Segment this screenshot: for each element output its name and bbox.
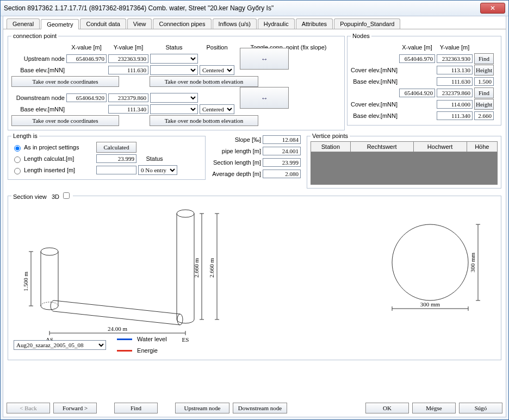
legend-vertice: Vertice points (311, 133, 350, 139)
node-b-x[interactable] (399, 89, 435, 97)
input-len-inserted[interactable] (96, 166, 136, 174)
tab-view[interactable]: View (127, 18, 152, 29)
select-dn-status[interactable] (150, 93, 198, 103)
tab-connection-pipes[interactable]: Connection pipes (153, 18, 211, 29)
tab-geometry[interactable]: Geometry (41, 19, 79, 29)
node-b-cover[interactable] (437, 100, 473, 109)
client-area: General Geometry Conduit data View Conne… (3, 16, 506, 417)
label-section-length: Section length [m] (207, 159, 261, 166)
input-pipe-length[interactable] (263, 147, 301, 155)
input-up-x[interactable] (66, 54, 107, 63)
node-b-y[interactable] (437, 89, 473, 97)
node-a-height[interactable] (474, 77, 494, 86)
tab-strip: General Geometry Conduit data View Conne… (3, 16, 506, 29)
label-downstream-node: Downstream node (11, 95, 65, 101)
btn-find[interactable]: Find (114, 403, 158, 413)
radio-len-project[interactable] (14, 145, 21, 152)
toggle-conn-point-dn[interactable] (240, 87, 289, 109)
btn-upstream-node[interactable]: Upstream node (175, 403, 229, 413)
vp-col-rechtswert[interactable]: Rechtswert (350, 142, 413, 152)
radio-len-calc[interactable] (14, 156, 21, 163)
tab-inflows[interactable]: Inflows (u/s) (213, 18, 257, 29)
select-up-position[interactable]: Centered (200, 65, 234, 75)
label-len-project: As in project settings (24, 144, 95, 151)
radio-len-inserted[interactable] (14, 168, 21, 174)
btn-take-bottom-dn[interactable]: Take over node bottom elevation (150, 115, 258, 126)
btn-cancel[interactable]: Mégse (412, 403, 456, 413)
toggle-conn-point-up[interactable] (240, 48, 289, 70)
btn-take-coord-dn[interactable]: Take over node coordinates (11, 115, 119, 126)
legend-section-view: Section view 3D (11, 191, 73, 200)
dim-as: 1.500 m (22, 272, 29, 292)
select-len-status[interactable]: 0 No entry (138, 165, 177, 175)
checkbox-3d[interactable] (63, 192, 70, 199)
node-b-height[interactable] (474, 111, 494, 120)
btn-find-node-b[interactable]: Find (474, 87, 494, 98)
input-avg-depth[interactable] (263, 170, 301, 178)
input-dn-be[interactable] (108, 105, 148, 114)
input-dn-x[interactable] (66, 93, 107, 102)
dialog-window: Section 8917362 1.17.17.7/1 (8917362-891… (0, 0, 509, 420)
legend-connection-point: connection point (11, 33, 58, 39)
section-canvas: 1.500 m 2.660 m 2.660 m 24.00 m AS ES (11, 203, 490, 344)
input-dn-y[interactable] (108, 93, 148, 102)
dim-es2: 2.660 m (208, 258, 215, 278)
btn-help[interactable]: Súgó (459, 403, 502, 413)
select-up-be-status[interactable] (150, 65, 198, 75)
btn-ok[interactable]: OK (365, 403, 409, 413)
tab-general[interactable]: General (7, 18, 40, 29)
node-a-x[interactable] (399, 54, 435, 63)
input-up-y[interactable] (108, 54, 148, 63)
btn-take-bottom-up[interactable]: Take over node bottom elevation (150, 76, 258, 87)
label-node-b-base: Base elev.[mNN] (351, 112, 398, 119)
btn-downstream-node[interactable]: Downstream node (233, 403, 287, 413)
node-a-base[interactable] (437, 77, 473, 86)
btn-find-node-a[interactable]: Find (474, 53, 494, 64)
table-vertice[interactable]: Station Rechtswert Hochwert Höhe (311, 141, 498, 152)
btn-height-node-b[interactable]: Height (474, 99, 494, 110)
label-status: Status (138, 155, 171, 162)
select-dn-be-status[interactable] (150, 104, 198, 114)
node-a-y[interactable] (437, 54, 473, 63)
dim-diam-v: 300 mm (469, 252, 476, 272)
btn-take-coord-up[interactable]: Take over node coordinates (11, 76, 119, 87)
vp-col-hochwert[interactable]: Hochwert (413, 142, 467, 152)
table-vertice-body[interactable] (311, 152, 498, 185)
node-a-cover[interactable] (437, 66, 473, 74)
btn-calculated[interactable]: Calculated (96, 142, 136, 153)
label-node-a-cover: Cover elev.[mNN] (351, 67, 398, 73)
svg-point-0 (41, 248, 58, 255)
tab-popupinfo[interactable]: Popupinfo_Standard (334, 18, 400, 29)
input-up-be[interactable] (108, 66, 148, 74)
label-len-calc: Length calculat.[m] (24, 155, 95, 162)
btn-height-node-a[interactable]: Height (474, 65, 494, 76)
dim-diam-h: 300 mm (420, 301, 440, 308)
vp-col-station[interactable]: Station (311, 142, 351, 152)
col-position: Position (200, 44, 234, 51)
group-section-view: Section view 3D (8, 191, 501, 360)
group-vertice-points: Vertice points Station Rechtswert Hochwe… (307, 133, 501, 189)
close-icon: ✕ (490, 4, 495, 12)
dim-length: 24.00 m (108, 325, 128, 332)
label-len-inserted: Length inserted [m] (24, 167, 95, 173)
close-button[interactable]: ✕ (480, 3, 505, 14)
vp-col-hoehe[interactable]: Höhe (467, 142, 497, 152)
window-title: Section 8917362 1.17.17.7/1 (8917362-891… (4, 4, 274, 12)
input-slope[interactable] (263, 135, 301, 144)
group-nodes: Nodes X-value [m] Y-value [m] Find Cover… (347, 33, 501, 126)
select-scenario[interactable]: Aug20_szaraz_2005_05_08 (14, 340, 106, 350)
node-b-base[interactable] (437, 111, 473, 120)
select-up-status[interactable] (150, 54, 198, 64)
btn-forward[interactable]: Forward > (53, 403, 97, 413)
tab-conduit-data[interactable]: Conduit data (80, 18, 126, 29)
tab-attributes[interactable]: Attributes (296, 18, 333, 29)
nodes-col-x: X-value [m] (399, 44, 435, 51)
input-len-calc[interactable] (96, 154, 136, 163)
input-section-length[interactable] (263, 158, 301, 167)
tab-hydraulic[interactable]: Hydraulic (258, 18, 295, 29)
btn-back[interactable]: < Back (7, 403, 50, 413)
select-dn-position[interactable]: Centered (200, 104, 234, 114)
legend-block: Water level Energie (117, 333, 167, 356)
legend-nodes: Nodes (351, 33, 371, 39)
label-upstream-node: Upstream node (11, 55, 65, 62)
